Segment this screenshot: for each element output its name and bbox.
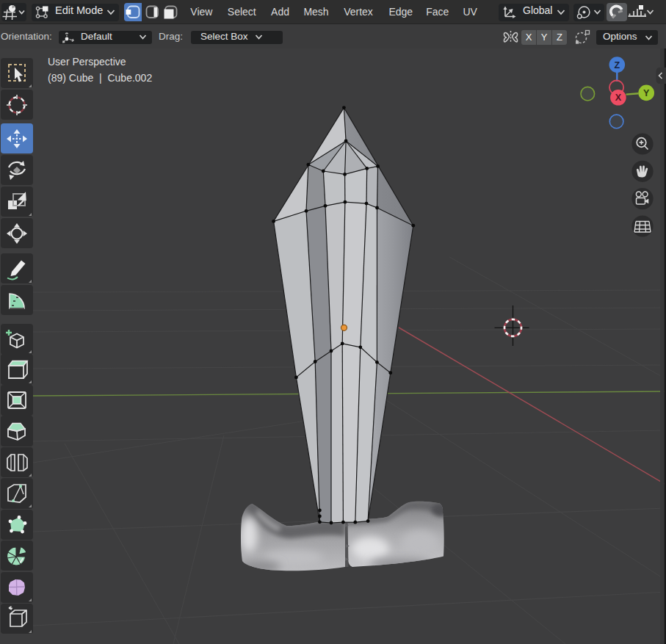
- svg-text:X: X: [615, 93, 622, 103]
- svg-text:Y: Y: [643, 88, 650, 98]
- svg-text:Z: Z: [614, 60, 620, 70]
